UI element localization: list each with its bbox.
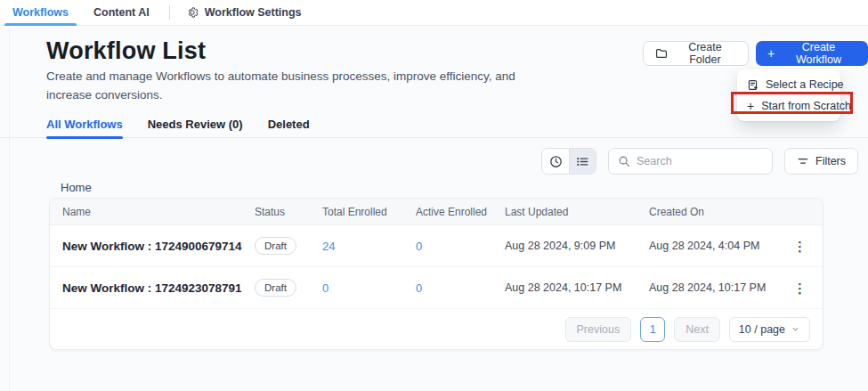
column-header-created-on: Created On [649,206,785,218]
create-folder-button[interactable]: Create Folder [643,41,749,66]
page-description: Create and manage Workflows to automate … [46,68,527,105]
created-on-value: Aug 28 2024, 10:17 PM [649,281,785,294]
active-enrolled-link[interactable]: 0 [416,281,505,295]
view-toggle-group [541,148,596,175]
menu-item-label: Start from Scratch [761,100,851,112]
create-folder-label: Create Folder [674,41,736,66]
plus-icon: + [747,100,754,112]
column-header-active-enrolled: Active Enrolled [416,206,505,218]
menu-item-label: Select a Recipe [766,78,844,91]
row-actions-kebab-icon[interactable]: ⋮ [790,238,810,255]
per-page-select[interactable]: 10 / page [729,317,810,342]
table-row: New Workflow : 1724923078791 Draft 0 0 A… [50,267,823,309]
status-badge: Draft [255,237,296,255]
menu-item-start-from-scratch[interactable]: + Start from Scratch [737,95,840,117]
create-workflow-menu: Select a Recipe + Start from Scratch [737,69,840,121]
page-number-button[interactable]: 1 [640,317,665,342]
status-badge: Draft [255,279,296,297]
filters-label: Filters [815,155,846,167]
create-workflow-button[interactable]: + Create Workflow [756,41,868,66]
breadcrumb[interactable]: Home [61,181,92,194]
table-header-row: Name Status Total Enrolled Active Enroll… [50,199,823,225]
next-page-button[interactable]: Next [674,317,720,342]
tab-needs-review[interactable]: Needs Review (0) [148,118,243,139]
topnav-tab-content-ai[interactable]: Content AI [81,0,162,25]
search-input[interactable] [637,155,763,167]
column-header-last-updated: Last Updated [505,206,649,218]
clock-icon [549,155,563,168]
topnav-tab-workflows[interactable]: Workflows [0,0,81,25]
create-workflow-label: Create Workflow [781,41,856,66]
workflow-table-card: Name Status Total Enrolled Active Enroll… [49,198,823,350]
recent-view-button[interactable] [542,149,569,174]
pagination: Previous 1 Next 10 / page [50,309,823,349]
filters-button[interactable]: Filters [784,148,858,175]
column-header-status: Status [255,206,322,218]
last-updated-value: Aug 28 2024, 10:17 PM [505,281,649,294]
previous-page-button[interactable]: Previous [565,317,632,342]
menu-item-select-recipe[interactable]: Select a Recipe [737,74,840,95]
last-updated-value: Aug 28 2024, 9:09 PM [505,240,649,252]
workflow-tabs: All Workflows Needs Review (0) Deleted [46,118,310,139]
list-toolbar: Filters [541,148,858,175]
tab-deleted[interactable]: Deleted [268,118,310,139]
total-enrolled-link[interactable]: 0 [322,281,416,295]
search-icon [618,155,630,167]
list-icon [576,155,589,168]
column-header-name: Name [62,206,255,218]
workflow-list-page: Workflows Content AI Workflow Settings W… [0,0,868,391]
row-actions-kebab-icon[interactable]: ⋮ [790,280,810,297]
nav-divider [169,5,170,20]
created-on-value: Aug 28 2024, 4:04 PM [649,240,785,252]
plus-icon: + [767,47,775,60]
workflow-name-link[interactable]: New Workflow : 1724923078791 [62,281,255,295]
recipe-icon [747,79,758,91]
workflow-name-link[interactable]: New Workflow : 1724900679714 [62,240,255,253]
chevron-down-icon [791,324,800,334]
search-box [608,148,773,175]
header-actions: Create Folder + Create Workflow [643,41,868,66]
table-row: New Workflow : 1724900679714 Draft 24 0 … [50,225,823,267]
folder-icon [655,47,668,60]
filter-icon [797,155,809,167]
page-title: Workflow List [46,37,206,65]
list-view-button[interactable] [569,149,596,174]
workflow-settings-link[interactable]: Workflow Settings [186,6,302,19]
total-enrolled-link[interactable]: 24 [322,240,416,253]
active-enrolled-link[interactable]: 0 [416,240,505,253]
workflow-settings-label: Workflow Settings [205,6,302,19]
column-header-total-enrolled: Total Enrolled [322,206,416,218]
gear-icon [186,6,199,19]
tab-all-workflows[interactable]: All Workflows [46,118,123,139]
top-nav: Workflows Content AI Workflow Settings [0,0,868,26]
per-page-label: 10 / page [739,323,785,336]
